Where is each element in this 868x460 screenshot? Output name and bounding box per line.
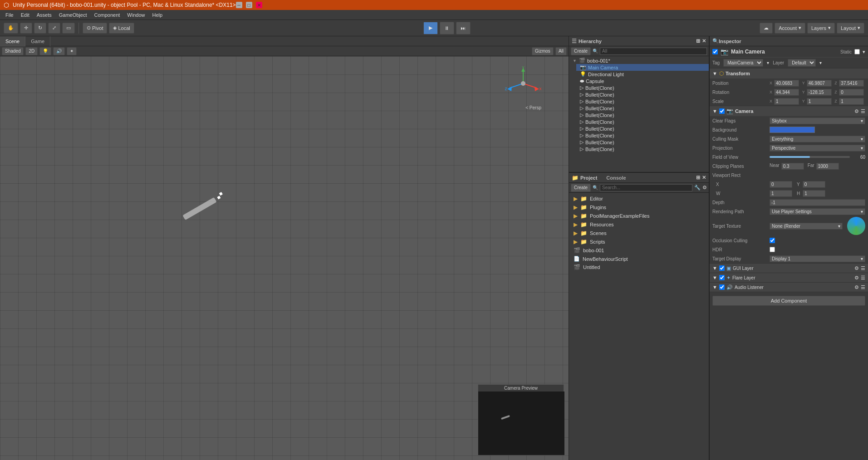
project-item-scenes[interactable]: ▶ 📁 Scenes [571, 229, 707, 237]
play-button[interactable]: ▶ [423, 22, 438, 34]
hierarchy-item-main-camera[interactable]: 📷 Main Camera [576, 64, 709, 71]
pivot-button[interactable]: ⊙ Pivot [83, 23, 107, 34]
hand-tool-button[interactable]: ✋ [4, 23, 18, 34]
camera-header[interactable]: ▼ 📷 Camera ⚙ ☰ [710, 106, 868, 116]
minimize-button[interactable]: ─ [236, 2, 242, 8]
project-item-plugins[interactable]: ▶ 📁 Plugins [571, 203, 707, 211]
clipping-far-input[interactable] [816, 163, 839, 170]
hdr-checkbox[interactable] [770, 247, 775, 252]
step-button[interactable]: ⏭ [456, 22, 471, 34]
position-y-input[interactable] [807, 80, 832, 87]
gui-layer-menu-icon[interactable]: ☰ [861, 265, 865, 271]
gizmos-button[interactable]: Gizmos [532, 47, 554, 55]
scale-y-input[interactable] [807, 98, 832, 105]
hierarchy-item-bullet-9[interactable]: ▷ Bullet(Clone) [576, 146, 709, 152]
hierarchy-item-bullet-6[interactable]: ▷ Bullet(Clone) [576, 125, 709, 132]
flare-layer-checkbox[interactable] [719, 275, 725, 280]
flare-layer-menu-icon[interactable]: ☰ [861, 275, 865, 281]
obj-active-checkbox[interactable] [712, 49, 718, 54]
projection-dropdown[interactable]: Perspective ▾ [770, 145, 865, 152]
hierarchy-item-capsule[interactable]: ⬬ Capsule [576, 78, 709, 84]
audio-listener-header[interactable]: ▼ 🔊 Audio Listener ⚙ ☰ [710, 283, 868, 292]
menu-file[interactable]: File [2, 11, 17, 19]
game-tab[interactable]: Game [25, 36, 50, 46]
culling-mask-dropdown[interactable]: Everything ▾ [770, 136, 865, 142]
scene-viewport[interactable]: Y X Z < Persp Camera Preview [0, 56, 569, 460]
target-display-dropdown[interactable]: Display 1 ▾ [770, 255, 865, 262]
local-button[interactable]: ◈ Local [109, 23, 134, 34]
gui-layer-header[interactable]: ▼ ▣ GUI Layer ⚙ ☰ [710, 264, 868, 273]
lights-toggle[interactable]: 💡 [39, 47, 51, 55]
scale-x-input[interactable] [774, 98, 799, 105]
hierarchy-item-bullet-0[interactable]: ▷ Bullet(Clone) [576, 84, 709, 91]
hierarchy-close-icon[interactable]: ✕ [702, 38, 706, 44]
hierarchy-item-bullet-8[interactable]: ▷ Bullet(Clone) [576, 139, 709, 146]
layout-dropdown[interactable]: Layout ▾ [837, 23, 864, 34]
audio-listener-checkbox[interactable] [719, 284, 725, 290]
hierarchy-scene-item[interactable]: ▼ 🎬 bobo-001* [569, 57, 709, 64]
audio-listener-settings-icon[interactable]: ⚙ [854, 284, 859, 290]
camera-settings-icon[interactable]: ⚙ [854, 108, 859, 114]
position-x-input[interactable] [774, 80, 799, 87]
hierarchy-item-directional-light[interactable]: 💡 Directional Light [576, 71, 709, 78]
pause-button[interactable]: ⏸ [440, 22, 454, 34]
menu-gameobject[interactable]: GameObject [55, 11, 91, 19]
project-create-button[interactable]: Create [571, 184, 591, 192]
rotation-x-input[interactable] [774, 89, 799, 96]
project-item-resources[interactable]: ▶ 📁 Resources [571, 220, 707, 229]
project-item-editor[interactable]: ▶ 📁 Editor [571, 195, 707, 203]
background-color-swatch[interactable] [770, 127, 815, 133]
hierarchy-item-bullet-3[interactable]: ▷ Bullet(Clone) [576, 105, 709, 112]
position-z-input[interactable] [839, 80, 864, 87]
rotate-tool-button[interactable]: ↻ [34, 23, 46, 34]
viewport-x-input[interactable] [770, 181, 792, 188]
menu-help[interactable]: Help [148, 11, 166, 19]
camera-menu-icon[interactable]: ☰ [861, 108, 865, 114]
project-item-newbehaviour[interactable]: 📄 NewBehaviourScript [571, 255, 707, 263]
hierarchy-item-bullet-4[interactable]: ▷ Bullet(Clone) [576, 112, 709, 118]
fov-slider-bar[interactable] [770, 156, 850, 158]
close-button[interactable]: ✕ [256, 2, 262, 8]
hierarchy-create-button[interactable]: Create [571, 47, 591, 55]
rotation-y-input[interactable] [807, 89, 832, 96]
console-tab[interactable]: Console [606, 175, 626, 181]
audio-listener-menu-icon[interactable]: ☰ [861, 284, 865, 290]
camera-enabled-checkbox[interactable] [719, 108, 725, 114]
hierarchy-item-bullet-2[interactable]: ▷ Bullet(Clone) [576, 98, 709, 105]
gui-layer-settings-icon[interactable]: ⚙ [854, 265, 859, 271]
maximize-button[interactable]: □ [246, 2, 252, 8]
project-close-icon[interactable]: ✕ [702, 175, 706, 181]
shading-dropdown[interactable]: Shaded [2, 47, 24, 55]
scale-tool-button[interactable]: ⤢ [48, 23, 60, 34]
hierarchy-item-bullet-7[interactable]: ▷ Bullet(Clone) [576, 132, 709, 139]
scene-tab[interactable]: Scene [0, 36, 25, 46]
project-item-scripts[interactable]: ▶ 📁 Scripts [571, 238, 707, 246]
viewport-y-input[interactable] [803, 181, 825, 188]
transform-header[interactable]: ▼ ⬡ Transform [710, 69, 868, 78]
project-search-input[interactable] [600, 184, 692, 191]
fx-toggle[interactable]: ✦ [67, 47, 77, 55]
hierarchy-item-bullet-5[interactable]: ▷ Bullet(Clone) [576, 118, 709, 125]
viewport-h-input[interactable] [803, 190, 825, 197]
search-all-button[interactable]: All [555, 47, 567, 55]
hierarchy-item-bullet-1[interactable]: ▷ Bullet(Clone) [576, 91, 709, 98]
menu-component[interactable]: Component [90, 11, 123, 19]
account-dropdown[interactable]: Account ▾ [775, 23, 805, 34]
project-sort-icon[interactable]: ⚙ [702, 185, 707, 191]
2d-toggle[interactable]: 2D [25, 47, 38, 55]
project-item-poolmanager[interactable]: ▶ 📁 PoolManagerExampleFiles [571, 212, 707, 220]
flare-layer-settings-icon[interactable]: ⚙ [854, 275, 859, 281]
scale-z-input[interactable] [839, 98, 864, 105]
cloud-button[interactable]: ☁ [760, 23, 773, 34]
layer-dropdown[interactable]: Default [788, 59, 816, 67]
hierarchy-search-input[interactable] [600, 48, 707, 55]
project-item-bobo001[interactable]: 🎬 bobo-001 [571, 246, 707, 254]
add-component-button[interactable]: Add Component [712, 296, 865, 306]
audio-toggle[interactable]: 🔊 [53, 47, 65, 55]
project-filter-icon[interactable]: 🔧 [694, 185, 701, 191]
tag-dropdown[interactable]: MainCamera [723, 59, 763, 67]
flare-layer-header[interactable]: ▼ ✦ Flare Layer ⚙ ☰ [710, 273, 868, 282]
move-tool-button[interactable]: ✛ [20, 23, 32, 34]
rotation-z-input[interactable] [839, 89, 864, 96]
viewport-w-input[interactable] [770, 190, 792, 197]
